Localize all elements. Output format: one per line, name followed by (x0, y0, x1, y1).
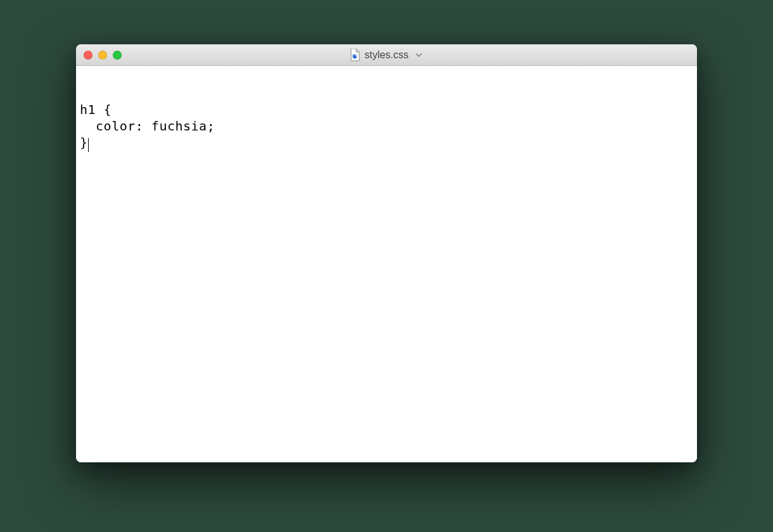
window-title: styles.css (364, 49, 408, 61)
app-window: styles.css h1 { color: fuchsia;} (76, 44, 697, 462)
zoom-button[interactable] (113, 51, 122, 60)
titlebar[interactable]: styles.css (76, 44, 697, 66)
text-cursor (88, 138, 89, 152)
minimize-button[interactable] (98, 51, 107, 60)
window-title-area: styles.css (76, 49, 697, 61)
code-line: } (80, 135, 88, 150)
traffic-lights (84, 51, 122, 60)
text-editor[interactable]: h1 { color: fuchsia;} (76, 66, 697, 462)
file-icon (350, 49, 360, 61)
code-line: color: fuchsia; (80, 118, 693, 134)
chevron-down-icon[interactable] (414, 51, 423, 60)
close-button[interactable] (84, 51, 93, 60)
code-line: h1 { (80, 101, 693, 118)
